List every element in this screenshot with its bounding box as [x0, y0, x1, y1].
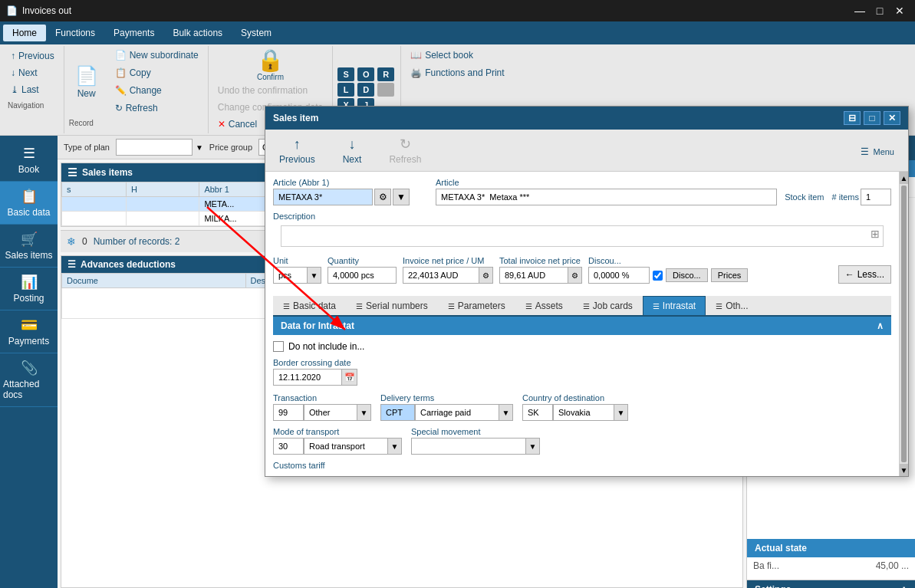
new-subordinate-button[interactable]: 📄 New subordinate [110, 48, 203, 63]
sidebar-item-attached-docs[interactable]: 📎 Attached docs [0, 353, 58, 407]
last-button[interactable]: ⤓ Last [8, 83, 42, 97]
disco-button[interactable]: Disco... [666, 268, 708, 282]
tab-job-cards[interactable]: ☰ Job cards [573, 296, 643, 315]
menu-payments[interactable]: Payments [104, 25, 163, 41]
actual-state-header: Actual state [747, 539, 915, 557]
modal-restore-button[interactable]: ⊟ [844, 111, 861, 125]
price-currency-dropdown[interactable]: ⚙ [479, 267, 493, 284]
calendar-icon[interactable]: 📅 [342, 369, 357, 386]
items-count-input[interactable] [861, 189, 891, 205]
close-button[interactable]: ✕ [890, 3, 909, 18]
modal-maximize-button[interactable]: □ [864, 111, 880, 125]
change-button[interactable]: ✏️ Change [110, 83, 203, 98]
type-of-plan-input[interactable] [116, 139, 193, 156]
tab-intrastat[interactable]: ☰ Intrastat [643, 296, 706, 315]
select-book-button[interactable]: 📖 Select book [406, 48, 478, 63]
sidebar: ☰ Book 📋 Basic data 🛒 Sales items 📊 Post… [0, 136, 58, 588]
article-input[interactable] [436, 189, 777, 205]
transaction-text-input[interactable] [304, 404, 357, 421]
next-button[interactable]: ↓ Next [8, 66, 41, 80]
border-crossing-input[interactable] [273, 369, 342, 386]
menu-system[interactable]: System [232, 25, 281, 41]
minimize-button[interactable]: — [851, 3, 869, 18]
app-icon: 📄 [6, 5, 18, 16]
cancel-icon: ✕ [218, 119, 225, 130]
less-button[interactable]: ← Less... [838, 265, 891, 284]
modal-up-icon: ↑ [294, 136, 301, 153]
description-input-wrap: ⊞ [281, 225, 884, 247]
tab-basic-data[interactable]: ☰ Basic data [273, 296, 346, 315]
menu-bulk-actions[interactable]: Bulk actions [163, 25, 232, 41]
records-count: Number of records: 2 [94, 236, 180, 247]
copy-button[interactable]: 📋 Copy [110, 65, 203, 80]
tab-parameters[interactable]: ☰ Parameters [438, 296, 515, 315]
shortcut-L[interactable]: L [337, 83, 354, 97]
modal-next-button[interactable]: ↓ Next [337, 133, 368, 168]
total-dropdown[interactable]: ⚙ [568, 267, 582, 284]
total-invoice-input[interactable] [499, 267, 568, 284]
tab-serial-icon: ☰ [356, 302, 363, 310]
delivery-terms-dropdown[interactable]: ▼ [499, 404, 513, 421]
modal-close-button[interactable]: ✕ [884, 111, 900, 125]
scroll-thumb[interactable] [901, 186, 907, 462]
confirm-button[interactable]: 🔒 Confirm [257, 48, 284, 81]
sidebar-item-book[interactable]: ☰ Book [0, 139, 58, 182]
invoice-net-price-input[interactable] [403, 267, 479, 284]
transaction-input[interactable] [273, 404, 304, 421]
shortcut-O[interactable]: O [357, 67, 374, 81]
transaction-dropdown[interactable]: ▼ [357, 404, 371, 421]
modal-body: Article (Abbr 1) ⚙ ▼ Article Stock item … [265, 172, 908, 476]
article-abbr-dropdown-button[interactable]: ▼ [393, 189, 410, 205]
description-input[interactable] [285, 228, 880, 245]
country-code-input[interactable] [522, 404, 553, 421]
menu-home[interactable]: Home [3, 25, 46, 41]
modal-menu-button[interactable]: ☰ Menu [854, 140, 900, 162]
shortcut-D[interactable]: D [357, 83, 374, 97]
country-dropdown[interactable]: ▼ [614, 404, 628, 421]
tab-serial-numbers[interactable]: ☰ Serial numbers [346, 296, 438, 315]
settings-collapse-icon[interactable]: ∧ [900, 584, 907, 588]
transport-text-input[interactable] [304, 438, 388, 455]
shortcut-S[interactable]: S [337, 67, 354, 81]
sidebar-item-basic-data[interactable]: 📋 Basic data [0, 182, 58, 225]
transport-dropdown[interactable]: ▼ [388, 438, 402, 455]
modal-scrollbar[interactable]: ▲ ▼ [899, 172, 908, 476]
article-abbr-search-button[interactable]: ⚙ [374, 189, 391, 205]
refresh-button[interactable]: ↻ Refresh [110, 100, 203, 116]
attached-docs-icon: 📎 [21, 360, 38, 376]
special-movement-input[interactable] [411, 438, 526, 455]
description-expand-icon[interactable]: ⊞ [871, 228, 880, 240]
tab-assets[interactable]: ☰ Assets [515, 296, 573, 315]
country-text-input[interactable] [553, 404, 614, 421]
prices-button[interactable]: Prices [711, 268, 749, 282]
shortcut-R[interactable]: R [377, 67, 394, 81]
delivery-terms-input[interactable] [380, 404, 415, 421]
transport-code-input[interactable] [273, 438, 304, 455]
tab-other[interactable]: ☰ Oth... [706, 296, 758, 315]
modal-refresh-button[interactable]: ↻ Refresh [383, 133, 427, 168]
special-movement-dropdown[interactable]: ▼ [526, 438, 540, 455]
actual-state-content: Ba fi... 45,00 ... [747, 557, 915, 580]
discount-checkbox[interactable] [653, 271, 663, 281]
article-abbr-input[interactable] [273, 189, 373, 205]
previous-button[interactable]: ↑ Previous [8, 49, 58, 63]
scroll-up-button[interactable]: ▲ [900, 172, 908, 184]
menu-functions[interactable]: Functions [46, 25, 104, 41]
unit-input[interactable] [273, 267, 308, 284]
sidebar-item-payments[interactable]: 💳 Payments [0, 310, 58, 353]
new-button[interactable]: 📄 New [69, 62, 104, 102]
total-invoice-group: Total invoice net price ⚙ [499, 256, 582, 284]
functions-print-button[interactable]: 🖨️ Functions and Print [406, 65, 509, 80]
quantity-input[interactable] [327, 267, 397, 284]
delivery-terms-text-input[interactable] [415, 404, 499, 421]
sidebar-item-posting[interactable]: 📊 Posting [0, 268, 58, 310]
intrastat-collapse-icon[interactable]: ∧ [877, 320, 884, 331]
sidebar-item-sales-items[interactable]: 🛒 Sales items [0, 225, 58, 268]
undo-confirmation-button[interactable]: Undo the confirmation [213, 83, 327, 98]
discount-input[interactable] [588, 267, 650, 284]
unit-dropdown[interactable]: ▼ [308, 267, 321, 284]
scroll-down-button[interactable]: ▼ [900, 464, 908, 476]
do-not-include-checkbox[interactable] [273, 341, 284, 352]
maximize-button[interactable]: □ [871, 3, 889, 18]
modal-previous-button[interactable]: ↑ Previous [273, 133, 321, 168]
